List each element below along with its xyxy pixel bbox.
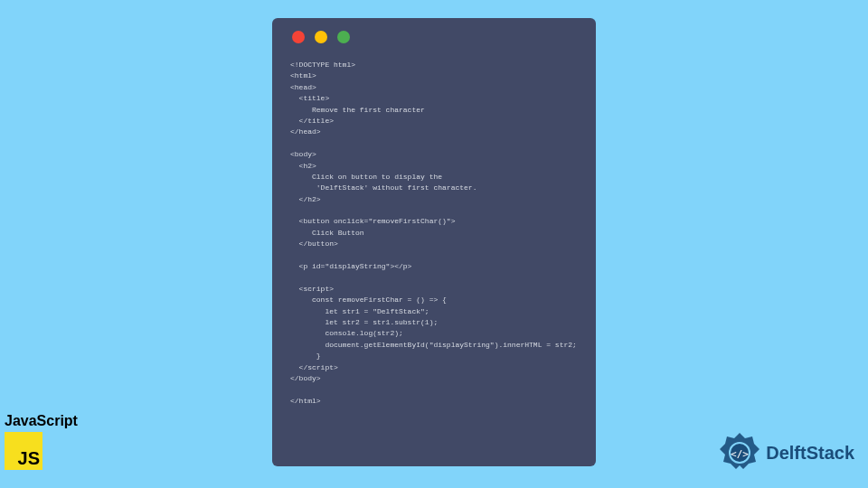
traffic-light-yellow-icon bbox=[315, 31, 327, 43]
traffic-light-red-icon bbox=[292, 31, 305, 43]
javascript-logo-text: JS bbox=[18, 448, 42, 470]
javascript-label: JavaScript bbox=[5, 413, 78, 429]
delftstack-text: DelftStack bbox=[766, 443, 854, 464]
delftstack-logo: </> DelftStack bbox=[718, 431, 854, 474]
code-content: <!DOCTYPE html> <html> <head> <title> Re… bbox=[290, 60, 578, 407]
traffic-lights bbox=[292, 31, 578, 43]
code-window: <!DOCTYPE html> <html> <head> <title> Re… bbox=[272, 18, 596, 466]
traffic-light-green-icon bbox=[337, 31, 350, 43]
delftstack-gear-icon: </> bbox=[718, 431, 761, 474]
svg-text:</>: </> bbox=[731, 448, 749, 460]
javascript-badge: JavaScript JS bbox=[5, 413, 78, 470]
javascript-logo-icon: JS bbox=[5, 432, 42, 470]
